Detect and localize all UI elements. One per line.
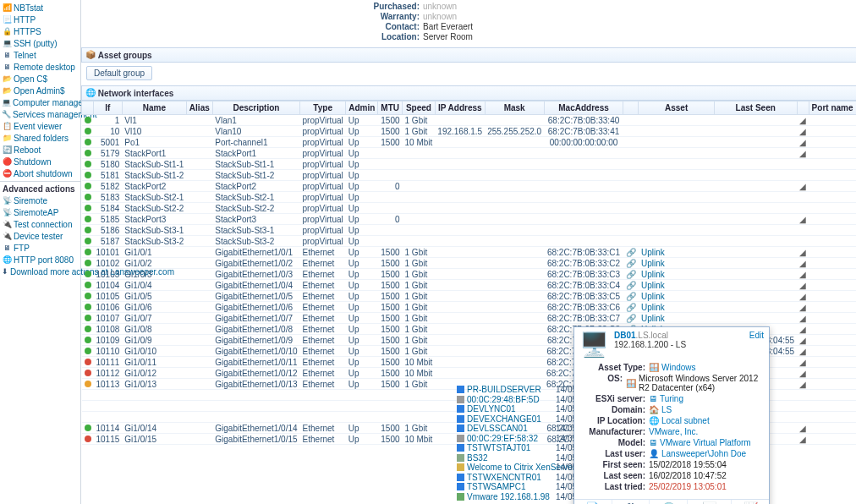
column-header[interactable]: Admin: [346, 101, 378, 115]
default-group-button[interactable]: Default group: [86, 66, 152, 80]
row-expander-icon[interactable]: ◢: [799, 182, 806, 191]
column-header[interactable]: Asset: [639, 101, 714, 115]
table-row[interactable]: 5001Po1Port-channel1propVirtualUp150010 …: [82, 137, 857, 148]
sidebar-item[interactable]: 📂Open C$: [0, 73, 80, 85]
sidebar-item[interactable]: 💻SSH (putty): [0, 37, 80, 49]
asset-link[interactable]: Uplink: [641, 281, 665, 290]
row-expander-icon[interactable]: ◢: [799, 292, 806, 301]
column-header[interactable]: Port name: [809, 101, 856, 115]
row-expander-icon[interactable]: ◢: [799, 270, 806, 279]
row-expander-icon[interactable]: ◢: [799, 314, 806, 323]
row-expander-icon[interactable]: ◢: [799, 215, 806, 224]
row-expander-icon[interactable]: ◢: [799, 248, 806, 257]
asset-link[interactable]: Vmware 192.168.1.98: [467, 492, 550, 501]
asset-link[interactable]: BS32: [467, 453, 487, 463]
sidebar-item[interactable]: 🖥Telnet: [0, 49, 80, 61]
popup-field-value[interactable]: 👤Lansweeper\John Doe: [649, 449, 746, 458]
row-expander-icon[interactable]: ◢: [799, 380, 806, 389]
sidebar-item[interactable]: 🔒HTTPS: [0, 25, 80, 37]
asset-link[interactable]: Uplink: [641, 259, 665, 268]
column-header[interactable]: Description: [212, 101, 299, 115]
row-expander-icon[interactable]: ◢: [799, 336, 806, 345]
popup-field-value[interactable]: 🪟Windows: [649, 363, 696, 372]
table-row[interactable]: 10105Gi1/0/5GigabitEthernet1/0/5Ethernet…: [82, 291, 857, 302]
table-row[interactable]: 5186StackSub-St3-1StackSub-St3-1propVirt…: [82, 225, 857, 236]
asset-link[interactable]: DEVEXCHANGE01: [467, 414, 541, 424]
popup-field-value[interactable]: VMware, Inc.: [649, 427, 698, 436]
row-expander-icon[interactable]: ◢: [799, 281, 806, 290]
column-header[interactable]: If: [94, 101, 123, 115]
popup-action-uptime[interactable]: 📈Uptime: [732, 500, 769, 504]
column-header[interactable]: IP Address: [435, 101, 485, 115]
table-row[interactable]: 10Vl10Vlan10propVirtualUp15001 Gbit192.1…: [82, 126, 857, 137]
sidebar-item[interactable]: 🔌Test connection: [0, 218, 80, 230]
popup-asset-name[interactable]: DB01: [614, 331, 636, 340]
popup-action-config[interactable]: 🛠Config: [612, 500, 650, 504]
column-header[interactable]: Speed: [403, 101, 436, 115]
asset-link[interactable]: DEVLSSCAN01: [467, 424, 528, 433]
sub-asset-row[interactable]: TSTWSAMPC1: [457, 482, 525, 491]
asset-link[interactable]: Uplink: [641, 248, 665, 257]
column-header[interactable]: Type: [300, 101, 346, 115]
asset-link[interactable]: DEVLYNC01: [467, 404, 516, 414]
popup-field-value[interactable]: 🌐Local subnet: [649, 416, 710, 425]
sub-asset-row[interactable]: DEVLSSCAN01: [457, 424, 528, 433]
asset-link[interactable]: Uplink: [641, 270, 665, 279]
table-row[interactable]: 5180StackSub-St1-1StackSub-St1-1propVirt…: [82, 159, 857, 170]
sidebar-item[interactable]: 🔴Shutdown: [0, 156, 80, 167]
column-header[interactable]: [82, 101, 94, 115]
table-row[interactable]: 10102Gi1/0/2GigabitEthernet1/0/2Ethernet…: [82, 258, 857, 269]
table-row[interactable]: 5185StackPort3StackPort3propVirtualUp0◢: [82, 214, 857, 225]
sidebar-item[interactable]: 🔌Device tester: [0, 230, 80, 242]
table-row[interactable]: 10103Gi1/0/3GigabitEthernet1/0/3Ethernet…: [82, 269, 857, 280]
sidebar-item[interactable]: 🔄Reboot: [0, 144, 80, 156]
row-expander-icon[interactable]: ◢: [799, 347, 806, 356]
row-expander-icon[interactable]: ◢: [799, 149, 806, 158]
sub-asset-row[interactable]: DEVEXCHANGE01: [457, 414, 541, 424]
row-expander-icon[interactable]: ◢: [799, 127, 806, 136]
asset-link[interactable]: Uplink: [641, 292, 665, 301]
column-header[interactable]: Mask: [485, 101, 544, 115]
asset-link[interactable]: 00:0C:29:EF:58:32: [467, 434, 538, 443]
column-header[interactable]: Last Seen: [714, 101, 797, 115]
sub-asset-row[interactable]: DEVLYNC01: [457, 404, 516, 414]
sidebar-item[interactable]: 📂Open Admin$: [0, 85, 80, 96]
table-row[interactable]: 5179StackPort1StackPort1propVirtualUp◢: [82, 148, 857, 159]
asset-link[interactable]: Uplink: [641, 314, 665, 323]
sub-asset-row[interactable]: TSTWXENCNTR01: [457, 473, 541, 482]
table-row[interactable]: 5181StackSub-St1-2StackSub-St1-2propVirt…: [82, 170, 857, 181]
sub-asset-row[interactable]: TSTWTSTAJT01: [457, 443, 530, 452]
row-expander-icon[interactable]: ◢: [799, 435, 806, 444]
sidebar-item[interactable]: 📡SiremoteAP: [0, 206, 80, 218]
column-header[interactable]: Alias: [186, 101, 212, 115]
table-row[interactable]: 5183StackSub-St2-1StackSub-St2-1propVirt…: [82, 192, 857, 203]
popup-action-software[interactable]: 💿Software: [650, 500, 688, 504]
table-row[interactable]: 5184StackSub-St2-2StackSub-St2-2propVirt…: [82, 203, 857, 214]
row-expander-icon[interactable]: ◢: [799, 303, 806, 312]
sidebar-item[interactable]: 📋Event viewer: [0, 120, 80, 132]
table-row[interactable]: 10104Gi1/0/4GigabitEthernet1/0/4Ethernet…: [82, 280, 857, 291]
column-header[interactable]: [797, 101, 809, 115]
sub-asset-row[interactable]: 00:0C:29:48:BF:5D: [457, 395, 540, 404]
column-header[interactable]: MTU: [378, 101, 403, 115]
sidebar-item[interactable]: 📃HTTP: [0, 14, 80, 25]
row-expander-icon[interactable]: ◢: [799, 358, 806, 367]
table-row[interactable]: 5187StackSub-St3-2StackSub-St3-2propVirt…: [82, 236, 857, 247]
popup-field-value[interactable]: 🏠LS: [649, 405, 672, 414]
sidebar-item[interactable]: 🖥Remote desktop: [0, 61, 80, 73]
row-expander-icon[interactable]: ◢: [799, 116, 806, 125]
sub-asset-row[interactable]: 00:0C:29:EF:58:32: [457, 434, 538, 443]
row-expander-icon[interactable]: ◢: [799, 424, 806, 433]
table-row[interactable]: 1Vl1Vlan1propVirtualUp15001 Gbit68:2C:7B…: [82, 115, 857, 126]
asset-link[interactable]: TSTWXENCNTR01: [467, 473, 541, 482]
table-row[interactable]: 5182StackPort2StackPort2propVirtualUp0◢: [82, 181, 857, 192]
row-expander-icon[interactable]: ◢: [799, 325, 806, 334]
row-expander-icon[interactable]: ◢: [799, 259, 806, 268]
column-header[interactable]: Name: [122, 101, 186, 115]
column-header[interactable]: MacAddress: [544, 101, 623, 115]
sub-asset-row[interactable]: Vmware 192.168.1.98: [457, 492, 550, 501]
sidebar-item[interactable]: 🌐HTTP port 8080: [0, 254, 80, 266]
edit-link[interactable]: Edit: [749, 331, 764, 340]
popup-field-value[interactable]: 🖥VMware Virtual Platform: [649, 438, 751, 447]
popup-action-performance[interactable]: 📊Performance: [688, 500, 733, 504]
